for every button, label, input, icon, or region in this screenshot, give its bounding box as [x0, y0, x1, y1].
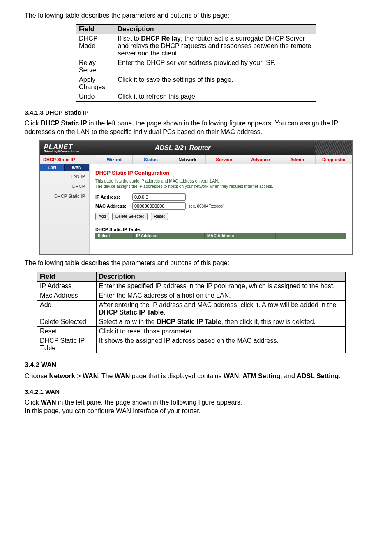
router-sidebar: LAN WAN LAN IP DHCP DHCP Static IP	[40, 164, 90, 254]
logo: PLANET Networking & Communication	[40, 143, 93, 153]
header-pattern	[315, 141, 352, 155]
mac-address-label: MAC Address:	[95, 204, 132, 208]
table-row: Reset Click it to reset those parameter.	[37, 327, 346, 336]
col-ip: IP Address	[134, 233, 205, 239]
router-nav: DHCP Static IP Wizard Status Network Ser…	[40, 155, 352, 164]
sidebar-item-dhcp-static-ip[interactable]: DHCP Static IP	[40, 191, 89, 201]
mac-address-input[interactable]	[132, 202, 186, 210]
section-para-wan-sub: Click WAN in the left pane, the page sho…	[25, 398, 367, 416]
table-row: Undo Click it to refresh this page.	[76, 92, 316, 101]
mac-hint: (ex. 00304Fxxxxxx)	[189, 204, 225, 208]
nav-admin[interactable]: Admin	[279, 155, 316, 164]
ip-address-input[interactable]	[132, 193, 186, 201]
intro-text: The following table describes the parame…	[25, 12, 367, 20]
th-desc: Description	[96, 272, 345, 282]
nav-wizard[interactable]: Wizard	[96, 155, 133, 164]
table-row: Relay Server Enter the DHCP ser ver addr…	[76, 58, 316, 75]
nav-side-label: DHCP Static IP	[40, 155, 96, 164]
col-select: Select	[95, 233, 134, 239]
router-main: DHCP Static IP Configuration This page l…	[90, 164, 352, 254]
main-title: DHCP Static IP Configuration	[95, 170, 346, 176]
intro-text-2: The following table describes the parame…	[25, 259, 367, 268]
delete-selected-button[interactable]	[112, 213, 148, 220]
sidebar-item-lan-ip[interactable]: LAN IP	[40, 171, 89, 181]
section-para: Click DHCP Static IP in the left pane, t…	[25, 119, 367, 136]
dhcp-static-ip-table: Field Description IP Address Enter the s…	[37, 272, 346, 353]
reset-button[interactable]	[151, 213, 168, 220]
logo-subtext: Networking & Communication	[44, 150, 93, 153]
subtab-lan[interactable]: LAN	[40, 164, 65, 171]
table-row: DHCP Mode If set to DHCP Re lay, the rou…	[76, 34, 316, 58]
help-text: This page lists the static IP address an…	[95, 178, 346, 189]
table-row: Add After entering the IP address and MA…	[37, 301, 346, 317]
th-field: Field	[37, 272, 97, 282]
col-mac: MAC Address	[205, 233, 276, 239]
static-ip-table-label: DHCP Static IP Table:	[95, 227, 346, 232]
th-desc: Description	[115, 24, 316, 34]
add-button[interactable]	[95, 213, 109, 220]
table-row: Mac Address Enter the MAC address of a h…	[37, 291, 346, 301]
section-para-wan: Choose Network > WAN. The WAN page that …	[25, 372, 367, 381]
table-row: IP Address Enter the specified IP addres…	[37, 282, 346, 291]
nav-network[interactable]: Network	[169, 155, 206, 164]
section-heading-wan-sub: 3.4.2.1 WAN	[25, 388, 367, 395]
section-heading-wan: 3.4.2 WAN	[25, 361, 367, 369]
table-row: Delete Selected Select a ro w in the DHC…	[37, 317, 346, 327]
nav-diagnostic[interactable]: Diagnostic	[316, 155, 352, 164]
router-header: PLANET Networking & Communication ADSL 2…	[40, 141, 352, 155]
logo-text: PLANET	[44, 143, 73, 150]
sidebar-item-dhcp[interactable]: DHCP	[40, 181, 89, 191]
ip-address-label: IP Address:	[95, 194, 132, 199]
section-heading-dhcp-static-ip: 3.4.1.3 DHCP Static IP	[25, 109, 367, 116]
router-screenshot: PLANET Networking & Communication ADSL 2…	[39, 140, 353, 255]
nav-status[interactable]: Status	[133, 155, 169, 164]
nav-advance[interactable]: Advance	[242, 155, 279, 164]
table-row: DHCP Static IP Table It shows the assign…	[37, 336, 346, 353]
dhcp-mode-table: Field Description DHCP Mode If set to DH…	[76, 24, 316, 102]
product-title: ADSL 2/2+ Router	[93, 144, 315, 152]
subtab-wan[interactable]: WAN	[65, 164, 89, 171]
divider	[95, 224, 346, 224]
static-ip-table-header: Select IP Address MAC Address	[95, 233, 346, 239]
table-row: Apply Changes Click it to save the setti…	[76, 75, 316, 92]
th-field: Field	[76, 24, 115, 34]
nav-service[interactable]: Service	[206, 155, 242, 164]
